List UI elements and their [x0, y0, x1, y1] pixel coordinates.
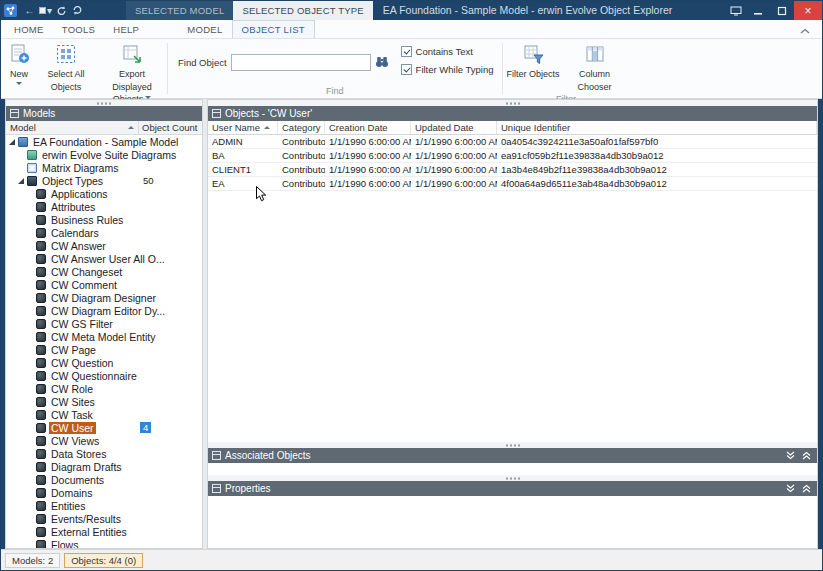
tree-item[interactable]: Attributes [6, 200, 202, 213]
tree-item-label: CW Page [49, 344, 98, 356]
tree-item[interactable]: Diagram Drafts [6, 460, 202, 473]
tree-item[interactable]: CW Views [6, 434, 202, 447]
group-caption-find: Find [170, 85, 500, 98]
tree-item-icon [18, 137, 28, 147]
tree-item[interactable]: CW Meta Model Entity [6, 330, 202, 343]
tree-item-label: EA Foundation - Sample Model [31, 136, 180, 148]
tree-item[interactable]: Entities [6, 499, 202, 512]
new-document-icon [7, 42, 31, 66]
object-row[interactable]: ADMIN Contributor 1/1/1990 6:00:00 AM 1/… [208, 135, 817, 149]
ribbon-group-find: Find Object Contains Text Filter While T… [170, 39, 500, 98]
tree-item-label: Business Rules [49, 214, 125, 226]
model-column-header[interactable]: Model [6, 121, 139, 134]
expand-icon[interactable] [18, 178, 27, 184]
tree-item-icon [36, 371, 46, 381]
tree-item[interactable]: Flows [6, 538, 202, 548]
tree-item[interactable]: Data Stores [6, 447, 202, 460]
binoculars-icon[interactable] [375, 56, 389, 68]
tree-item-label: Documents [49, 474, 106, 486]
tree-item-label: CW Diagram Designer [49, 292, 158, 304]
object-count-column-header[interactable]: Object Count [139, 121, 202, 134]
object-row[interactable]: BA Contributor 1/1/1990 6:00:00 AM 1/1/1… [208, 149, 817, 163]
tree-item[interactable]: CW Changeset [6, 265, 202, 278]
filter-objects-button[interactable]: Filter Objects [505, 41, 562, 81]
contextual-tab-selected-model[interactable]: SELECTED MODEL [126, 1, 233, 20]
expand-icon[interactable] [9, 139, 18, 145]
tree-item-icon [36, 475, 46, 485]
ribbon-tab[interactable]: TOOLS [53, 21, 105, 38]
tree-item[interactable]: Object Types 50 [6, 174, 202, 187]
titlebar: ← ▾ SELECTED MODEL SELECTED OBJECT TYPE … [1, 1, 822, 20]
chevrons-down-icon[interactable] [786, 484, 795, 493]
tree-item[interactable]: CW Answer User All O... [6, 252, 202, 265]
column-header-category[interactable]: Category [278, 121, 325, 134]
column-chooser-button[interactable]: Column Chooser [562, 41, 628, 93]
tree-item[interactable]: CW Diagram Designer [6, 291, 202, 304]
minimize-button[interactable] [746, 1, 770, 20]
column-header-creation-date[interactable]: Creation Date [325, 121, 411, 134]
tree-item[interactable]: CW Diagram Editor Dy... [6, 304, 202, 317]
chevrons-up-icon[interactable] [802, 484, 811, 493]
back-icon[interactable]: ← [23, 3, 36, 18]
tree-item-label: CW Role [49, 383, 95, 395]
tree-item[interactable]: EA Foundation - Sample Model [6, 135, 202, 148]
filter-while-typing-checkbox[interactable]: Filter While Typing [401, 64, 494, 75]
tree-item[interactable]: CW Task [6, 408, 202, 421]
app-icon[interactable] [1, 1, 19, 20]
object-row[interactable]: CLIENT1 Contributor 1/1/1990 6:00:00 AM … [208, 163, 817, 177]
tree-item[interactable]: CW Questionnaire [6, 369, 202, 382]
tree-item[interactable]: CW GS Filter [6, 317, 202, 330]
refresh-icon[interactable] [55, 3, 68, 18]
objects-panel-header: Objects - 'CW User' [208, 106, 817, 121]
tree-item[interactable]: External Entities [6, 525, 202, 538]
cell-category: Contributor [278, 163, 325, 176]
sync-icon[interactable] [71, 3, 84, 18]
export-icon [120, 42, 144, 66]
select-all-objects-button[interactable]: Select All Objects [33, 41, 99, 93]
tree-item[interactable]: Domains [6, 486, 202, 499]
ribbon-tab[interactable]: OBJECT LIST [232, 20, 315, 38]
chevron-down-icon [16, 82, 22, 88]
column-header-updated-date[interactable]: Updated Date [411, 121, 497, 134]
tree-item[interactable]: Events/Results [6, 512, 202, 525]
tree-item-label: Diagram Drafts [49, 461, 124, 473]
new-item-dropdown-icon[interactable]: ▾ [39, 3, 52, 18]
tree-item[interactable]: CW Page [6, 343, 202, 356]
tree-item[interactable]: Matrix Diagrams [6, 161, 202, 174]
close-button[interactable]: × [794, 1, 822, 20]
ribbon-tab[interactable]: HOME [5, 21, 53, 38]
tree-item[interactable]: CW Role [6, 382, 202, 395]
tree-item[interactable]: Calendars [6, 226, 202, 239]
new-button[interactable]: New [5, 41, 33, 89]
tree-item-icon [36, 202, 46, 212]
tree-item-label: erwin Evolve Suite Diagrams [40, 149, 178, 161]
collapse-ribbon-icon[interactable] [796, 28, 814, 38]
tree-item[interactable]: CW Sites [6, 395, 202, 408]
tree-item[interactable]: Business Rules [6, 213, 202, 226]
tree-item[interactable]: CW User 4 [6, 421, 202, 434]
tree-item[interactable]: erwin Evolve Suite Diagrams [6, 148, 202, 161]
tree-item[interactable]: Documents [6, 473, 202, 486]
cell-creation-date: 1/1/1990 6:00:00 AM [325, 163, 411, 176]
tree-item-label: Domains [49, 487, 94, 499]
chevrons-up-icon[interactable] [802, 451, 811, 460]
models-panel-title: Models [23, 108, 55, 119]
chevrons-down-icon[interactable] [786, 451, 795, 460]
column-header-user-name[interactable]: User Name [208, 121, 278, 134]
maximize-button[interactable] [770, 1, 794, 20]
tree-item[interactable]: CW Question [6, 356, 202, 369]
cell-updated-date: 1/1/1990 6:00:00 AM [411, 163, 497, 176]
contains-text-checkbox[interactable]: Contains Text [401, 46, 494, 57]
tree-item[interactable]: CW Comment [6, 278, 202, 291]
object-row[interactable]: EA Contributor 1/1/1990 6:00:00 AM 1/1/1… [208, 177, 817, 191]
tree-item[interactable]: CW Answer [6, 239, 202, 252]
export-displayed-objects-button[interactable]: Export Displayed Objects [99, 41, 165, 106]
column-header-unique-identifier[interactable]: Unique Identifier [497, 121, 817, 134]
find-object-input[interactable] [231, 54, 371, 71]
window-style-icon[interactable] [726, 1, 746, 20]
ribbon-tab[interactable]: HELP [104, 21, 148, 38]
contextual-tab-selected-object-type[interactable]: SELECTED OBJECT TYPE [233, 1, 372, 20]
tree-item[interactable]: Applications [6, 187, 202, 200]
ribbon-tab[interactable]: MODEL [178, 21, 231, 38]
tree-item-icon [36, 332, 46, 342]
